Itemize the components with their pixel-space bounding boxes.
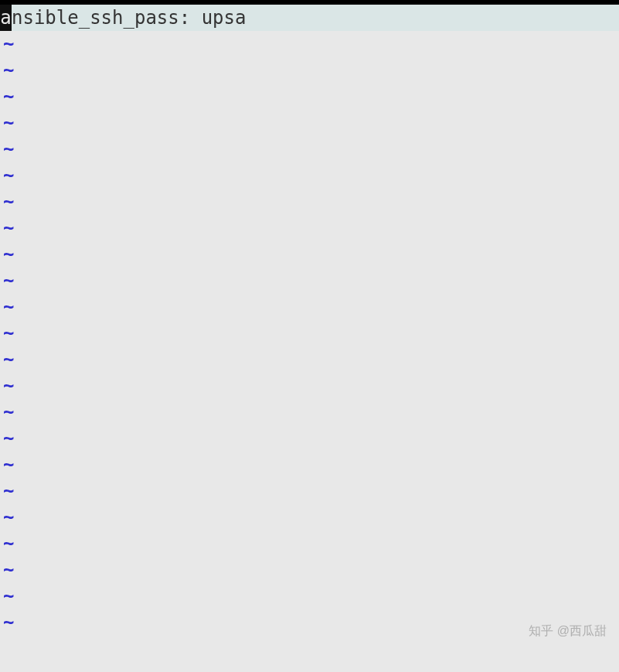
- empty-line-tilde: ~: [0, 346, 619, 373]
- empty-line-tilde: ~: [0, 530, 619, 557]
- empty-line-tilde: ~: [0, 268, 619, 294]
- line-content: nsible_ssh_pass: upsa: [12, 5, 246, 31]
- watermark-text: 知乎 @西瓜甜: [529, 624, 607, 637]
- vim-status-line: "/tmp/tmpMhNVPO.yml" 1L, 23C: [0, 644, 619, 672]
- watermark: 知乎 @西瓜甜: [529, 623, 607, 640]
- empty-line-tilde: ~: [0, 373, 619, 399]
- empty-line-tilde: ~: [0, 162, 619, 189]
- empty-line-tilde: ~: [0, 504, 619, 530]
- empty-line-tilde: ~: [0, 136, 619, 162]
- empty-line-tilde: ~: [0, 215, 619, 241]
- empty-line-tilde: ~: [0, 557, 619, 583]
- empty-line-tilde: ~: [0, 189, 619, 215]
- empty-line-tilde: ~: [0, 609, 619, 636]
- vim-editor[interactable]: ansible_ssh_pass: upsa ~~~~~~~~~~~~~~~~~…: [0, 5, 619, 644]
- empty-line-tilde: ~: [0, 478, 619, 504]
- empty-line-tilde: ~: [0, 320, 619, 346]
- empty-line-tilde: ~: [0, 84, 619, 110]
- empty-line-tilde: ~: [0, 399, 619, 425]
- editor-line-1[interactable]: ansible_ssh_pass: upsa: [0, 5, 619, 31]
- empty-line-tilde: ~: [0, 57, 619, 84]
- cursor: a: [0, 5, 12, 31]
- empty-line-tilde: ~: [0, 294, 619, 320]
- empty-line-tilde: ~: [0, 110, 619, 136]
- empty-line-tilde: ~: [0, 452, 619, 478]
- empty-line-tilde: ~: [0, 583, 619, 609]
- empty-line-tilde: ~: [0, 425, 619, 452]
- empty-line-tilde: ~: [0, 31, 619, 57]
- empty-line-tilde: ~: [0, 241, 619, 268]
